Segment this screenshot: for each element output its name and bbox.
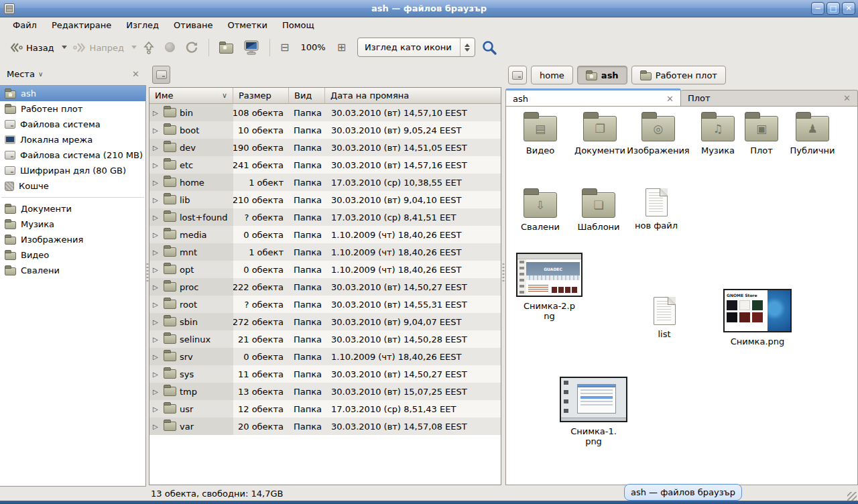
iconview-item-list[interactable]: list <box>643 297 686 339</box>
path-desktop-button[interactable]: Работен плот <box>631 66 726 84</box>
sidebar-item-trash[interactable]: Кошче <box>0 178 145 194</box>
table-row[interactable]: ▷boot10 обектаПапка30.03.2010 (вт) 9,05,… <box>149 121 501 139</box>
menu-file[interactable]: Файл <box>5 19 44 32</box>
home-button[interactable] <box>215 38 237 57</box>
iconview-item-pictures[interactable]: ◎ Изображения <box>627 116 690 155</box>
table-row[interactable]: ▷media0 обектаПапка1.10.2009 (чт) 18,40,… <box>149 226 501 243</box>
iconview-item-video[interactable]: ▤ Видео <box>513 116 568 155</box>
iconview-item-desktop[interactable]: ▣ Плот <box>738 116 785 155</box>
table-row[interactable]: ▷mnt1 обектПапка1.10.2009 (чт) 18,40,26 … <box>149 243 501 261</box>
expander-icon[interactable]: ▷ <box>153 405 160 413</box>
table-row[interactable]: ▷proc222 обектаПапка30.03.2010 (вт) 14,5… <box>149 278 501 296</box>
menu-help[interactable]: Помощ <box>275 19 322 32</box>
zoom-in-button[interactable]: ⊞ <box>333 38 350 57</box>
table-row[interactable]: ▷lib210 обектаПапка30.03.2010 (вт) 9,04,… <box>149 191 501 208</box>
path-root-button[interactable] <box>508 66 527 84</box>
view-mode-stepper[interactable] <box>460 38 475 56</box>
iconview-item-snimka-1[interactable]: Снимка-1.png <box>559 377 628 446</box>
expander-icon[interactable]: ▷ <box>153 336 160 343</box>
iconview-item-documents[interactable]: ❐ Документи <box>568 116 632 155</box>
expander-icon[interactable]: ▷ <box>153 266 160 273</box>
expander-icon[interactable]: ▷ <box>153 109 160 117</box>
sidebar-item-music[interactable]: Музика <box>0 216 145 232</box>
iconview-item-downloads[interactable]: ⇩ Свалени <box>511 192 569 232</box>
expander-icon[interactable]: ▷ <box>153 284 160 291</box>
tab-close-icon[interactable]: ✕ <box>843 93 851 103</box>
iconview-item-new-file[interactable]: нов файл <box>628 188 684 231</box>
back-history-dropdown[interactable] <box>62 46 67 49</box>
sidebar-item-network[interactable]: Локална мрежа <box>0 132 145 147</box>
table-row[interactable]: ▷tmp13 обектаПапка30.03.2010 (вт) 15,07,… <box>149 383 501 400</box>
tab-plot[interactable]: Плот ✕ <box>681 90 858 107</box>
forward-history-dropdown[interactable] <box>131 46 137 49</box>
path-root-button[interactable] <box>152 66 170 84</box>
table-row[interactable]: ▷usr12 обектаПапка17.03.2010 (ср) 8,51,4… <box>149 400 501 418</box>
up-button[interactable] <box>139 38 159 58</box>
menu-bookmarks[interactable]: Отметки <box>220 19 274 32</box>
table-row[interactable]: ▷dev190 обектаПапка30.03.2010 (вт) 14,51… <box>149 139 501 156</box>
expander-icon[interactable]: ▷ <box>153 231 160 239</box>
expander-icon[interactable]: ▷ <box>153 318 160 326</box>
places-dropdown-icon[interactable]: ∨ <box>38 70 43 78</box>
tab-ash[interactable]: ash ✕ <box>505 88 681 107</box>
column-header-name[interactable]: Име∨ <box>149 88 233 104</box>
expander-icon[interactable]: ▷ <box>153 371 160 378</box>
expander-icon[interactable]: ▷ <box>153 196 160 204</box>
iconview-item-snimka[interactable]: GNOME Store Снимка.png <box>722 289 793 346</box>
sidebar-item-filesystem[interactable]: Файлова система <box>0 117 145 132</box>
close-button[interactable]: ✕ <box>842 2 855 15</box>
tab-close-icon[interactable]: ✕ <box>666 94 674 104</box>
expander-icon[interactable]: ▷ <box>153 423 160 430</box>
path-ash-button[interactable]: ash <box>577 66 627 84</box>
table-row[interactable]: ▷bin108 обектаПапка30.03.2010 (вт) 14,57… <box>149 104 501 121</box>
expander-icon[interactable]: ▷ <box>153 179 160 186</box>
back-button[interactable]: Назад <box>5 39 58 56</box>
sidebar-item-desktop[interactable]: Работен плот <box>0 101 145 117</box>
menu-go[interactable]: Отиване <box>166 19 220 32</box>
view-mode-select[interactable]: Изглед като икони <box>357 38 475 57</box>
zoom-out-button[interactable]: ⊟ <box>276 38 293 57</box>
table-row[interactable]: ▷home1 обектПапка17.03.2010 (ср) 10,38,5… <box>149 174 501 191</box>
expander-icon[interactable]: ▷ <box>153 127 160 134</box>
stop-button[interactable] <box>161 39 179 56</box>
column-header-date[interactable]: Дата на промяна <box>325 88 501 104</box>
expander-icon[interactable]: ▷ <box>153 388 160 395</box>
column-header-size[interactable]: Размер <box>233 88 289 104</box>
table-row[interactable]: ▷opt0 обектаПапка1.10.2009 (чт) 18,40,26… <box>149 261 501 278</box>
iconview-item-public[interactable]: ♟ Публични <box>782 116 843 155</box>
resize-grip[interactable] <box>847 492 857 501</box>
expander-icon[interactable]: ▷ <box>153 249 160 256</box>
iconview-item-templates[interactable]: ❏ Шаблони <box>570 192 627 232</box>
expander-icon[interactable]: ▷ <box>153 162 160 169</box>
iconview-item-snimka-2[interactable]: GUADEC Снимка-2.png <box>515 253 583 321</box>
column-header-type[interactable]: Вид <box>289 88 325 104</box>
search-button[interactable] <box>477 36 501 59</box>
forward-button[interactable]: Напред <box>69 39 128 56</box>
expander-icon[interactable]: ▷ <box>153 353 160 361</box>
menu-edit[interactable]: Редактиране <box>44 19 119 32</box>
expander-icon[interactable]: ▷ <box>153 301 160 308</box>
maximize-button[interactable]: □ <box>826 2 840 15</box>
table-row[interactable]: ▷selinux21 обектаПапка30.03.2010 (вт) 14… <box>149 330 501 348</box>
sidebar-item-documents[interactable]: Документи <box>0 201 145 216</box>
expander-icon[interactable]: ▷ <box>153 214 160 221</box>
table-row[interactable]: ▷sbin272 обектаПапка30.03.2010 (вт) 9,04… <box>149 313 501 330</box>
sidebar-item-video[interactable]: Видео <box>0 247 145 263</box>
minimize-button[interactable]: − <box>811 2 824 15</box>
sidebar-item-ash[interactable]: ash <box>0 86 145 101</box>
menu-view[interactable]: Изглед <box>119 19 166 32</box>
sidebar-item-encrypted-80gb[interactable]: Шифриран дял (80 GB) <box>0 163 145 178</box>
sidebar-item-downloads[interactable]: Свалени <box>0 263 145 278</box>
expander-icon[interactable]: ▷ <box>153 144 160 151</box>
table-row[interactable]: ▷etc241 обектаПапка30.03.2010 (вт) 14,57… <box>149 156 501 174</box>
table-row[interactable]: ▷srv0 обектаПапка1.10.2009 (чт) 18,40,26… <box>149 348 501 365</box>
table-row[interactable]: ▷root? обектаПапка30.03.2010 (вт) 14,55,… <box>149 296 501 313</box>
table-row[interactable]: ▷var20 обектаПапка30.03.2010 (вт) 14,57,… <box>149 418 501 435</box>
table-row[interactable]: ▷sys11 обектаПапка30.03.2010 (вт) 14,50,… <box>149 365 501 383</box>
path-home-button[interactable]: home <box>531 66 573 84</box>
sidebar-item-pictures[interactable]: Изображения <box>0 232 145 247</box>
table-row[interactable]: ▷lost+found? обектаПапка17.03.2010 (ср) … <box>149 208 501 226</box>
sidebar-close-icon[interactable]: ✕ <box>132 69 139 79</box>
reload-button[interactable] <box>181 38 202 58</box>
computer-button[interactable] <box>239 37 263 58</box>
